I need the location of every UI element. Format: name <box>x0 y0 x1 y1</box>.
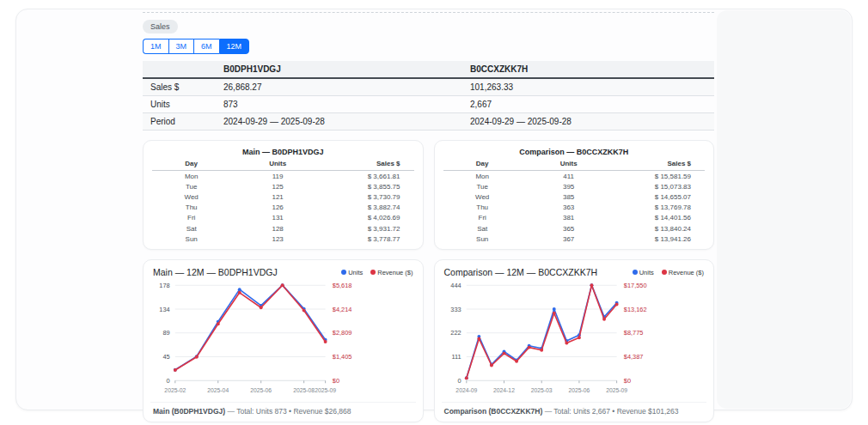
legend-label: Revenue ($) <box>377 269 413 276</box>
day-cell: Sun <box>152 234 230 244</box>
units-cell: 365 <box>522 223 616 234</box>
units-cell: 395 <box>522 181 616 191</box>
day-cell: Sun <box>443 234 522 244</box>
chart-header: Main — 12M — B0DPH1VDGJUnitsRevenue ($) <box>150 267 416 277</box>
sales-cell: $ 15,581.59 <box>615 171 705 182</box>
day-cell: Wed <box>152 191 230 202</box>
left-axis-tick: 89 <box>162 330 169 337</box>
left-axis-tick: 0 <box>457 377 461 385</box>
legend-dot-icon <box>662 270 667 275</box>
day-column-header: Units <box>230 158 325 171</box>
units-cell: 131 <box>230 213 325 223</box>
chart-footer-name: Comparison (B0CCXZKK7H) <box>444 407 543 416</box>
chart-card: Main — 12M — B0DPH1VDGJUnitsRevenue ($)0… <box>143 259 424 422</box>
day-row: Mon411$ 15,581.59 <box>443 171 706 182</box>
range-button-12m[interactable]: 12M <box>219 39 250 54</box>
day-cell: Tue <box>443 181 522 191</box>
day-cell: Wed <box>443 191 522 202</box>
x-axis-tick: 2025-02 <box>164 387 186 393</box>
summary-column-header: B0DPH1VDGJ <box>216 61 462 78</box>
units-cell: 367 <box>522 234 616 244</box>
day-row: Mon119$ 3,661.81 <box>152 171 414 182</box>
day-table-title: Main — B0DPH1VDGJ <box>152 148 414 156</box>
left-axis-tick: 45 <box>162 353 169 361</box>
day-row: Wed385$ 14,655.07 <box>443 191 706 202</box>
x-axis-tick: 2024-12 <box>493 387 515 393</box>
range-button-3m[interactable]: 3M <box>168 39 194 54</box>
chart-footer-totals: — Total: Units 873 • Revenue $26,868 <box>225 407 351 416</box>
sales-tab-badge[interactable]: Sales <box>143 20 178 33</box>
legend-dot-icon <box>370 270 376 275</box>
sales-cell: $ 3,882.74 <box>325 203 414 213</box>
units-cell: 121 <box>230 191 325 202</box>
legend-dot-icon <box>341 270 346 275</box>
summary-row-label: Units <box>143 96 216 113</box>
day-cell: Fri <box>152 213 230 223</box>
legend-label: Revenue ($) <box>669 269 704 276</box>
chart-legend: UnitsRevenue ($) <box>341 269 413 276</box>
units-cell: 123 <box>230 234 325 244</box>
day-column-header: Day <box>443 158 522 171</box>
left-axis-tick: 178 <box>159 282 169 289</box>
summary-row-label: Period <box>143 113 216 131</box>
right-axis-tick: $1,405 <box>333 353 352 361</box>
day-tables-row: Main — B0DPH1VDGJDayUnitsSales $Mon119$ … <box>143 140 714 250</box>
sales-cell: $ 3,931.72 <box>325 223 414 234</box>
units-series <box>464 284 618 380</box>
day-column-header: Day <box>152 158 230 171</box>
day-row: Fri131$ 4,026.69 <box>152 213 414 223</box>
summary-column-header: B0CCXZKK7H <box>462 61 714 78</box>
units-cell: 128 <box>230 223 325 234</box>
charts-row: Main — 12M — B0DPH1VDGJUnitsRevenue ($)0… <box>143 259 714 422</box>
day-cell: Mon <box>152 171 230 182</box>
left-axis-tick: 444 <box>450 282 461 289</box>
chart-footer-name: Main (B0DPH1VDGJ) <box>153 407 225 416</box>
summary-row: Period2024-09-29 — 2025-09-282024-09-29 … <box>143 113 714 131</box>
range-button-group: 1M3M6M12M <box>143 39 249 54</box>
day-cell: Sat <box>443 223 522 234</box>
day-cell: Mon <box>443 171 522 182</box>
legend-item: Revenue ($) <box>370 269 413 276</box>
day-row: Sat128$ 3,931.72 <box>152 223 414 234</box>
tab-badge-row: Sales <box>143 17 714 37</box>
sales-cell: $ 13,840.24 <box>615 223 705 234</box>
right-axis-tick: $5,618 <box>333 282 352 289</box>
legend-item: Units <box>341 269 363 276</box>
units-cell: 385 <box>522 191 616 202</box>
day-row: Tue395$ 15,073.83 <box>443 181 706 191</box>
day-column-header: Sales $ <box>325 158 414 171</box>
day-cell: Thu <box>443 203 522 213</box>
summary-cell: 2,667 <box>462 96 714 113</box>
units-cell: 411 <box>522 171 616 182</box>
day-cell: Thu <box>152 203 230 213</box>
line-chart: 0$0111$4,387222$8,775333$13,162444$17,55… <box>442 280 707 401</box>
chart-title: Comparison — 12M — B0CCXZKK7H <box>444 267 598 277</box>
summary-cell: 26,868.27 <box>216 78 462 96</box>
dashboard-card: Sales 1M3M6M12M B0DPH1VDGJB0CCXZKK7H Sal… <box>15 9 853 410</box>
revenue-series <box>464 284 618 380</box>
day-table: DayUnitsSales $Mon119$ 3,661.81Tue125$ 3… <box>152 158 414 244</box>
sales-cell: $ 3,855.75 <box>325 181 414 191</box>
chart-title: Main — 12M — B0DPH1VDGJ <box>153 267 278 277</box>
summary-cell: 101,263.33 <box>462 78 714 96</box>
units-cell: 381 <box>522 213 616 223</box>
right-empty-panel <box>717 10 851 409</box>
day-cell: Tue <box>152 181 230 191</box>
sales-cell: $ 15,073.83 <box>615 181 705 191</box>
chart-footer: Comparison (B0CCXZKK7H) — Total: Units 2… <box>442 402 707 417</box>
day-row: Sun123$ 3,778.77 <box>152 234 414 244</box>
sales-section: Sales 1M3M6M12M B0DPH1VDGJB0CCXZKK7H Sal… <box>143 12 714 422</box>
units-cell: 119 <box>230 171 325 182</box>
range-button-1m[interactable]: 1M <box>143 39 168 54</box>
sales-cell: $ 14,655.07 <box>615 191 705 202</box>
range-button-6m[interactable]: 6M <box>193 39 219 54</box>
right-axis-tick: $4,214 <box>333 306 352 313</box>
units-cell: 126 <box>230 203 325 213</box>
sales-cell: $ 13,769.78 <box>615 203 705 213</box>
legend-label: Units <box>639 269 654 276</box>
day-table-title: Comparison — B0CCXZKK7H <box>443 148 706 156</box>
left-axis-tick: 333 <box>450 306 461 313</box>
day-table-card: Comparison — B0CCXZKK7HDayUnitsSales $Mo… <box>434 140 715 250</box>
right-axis-tick: $0 <box>333 377 339 385</box>
x-axis-tick: 2025-04 <box>207 387 229 393</box>
